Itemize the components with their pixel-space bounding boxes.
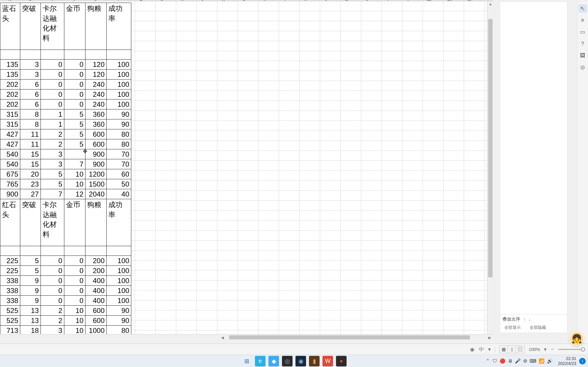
col-header-X[interactable]: X — [357, 0, 378, 1]
data-cell[interactable]: 5 — [64, 109, 85, 119]
data-cell[interactable]: 0 — [64, 256, 85, 266]
data-cell[interactable]: 0 — [64, 89, 85, 99]
data-cell[interactable]: 120 — [85, 60, 107, 70]
taskbar-app-steam[interactable]: ◉ — [295, 356, 306, 366]
col-header-M[interactable]: M — [131, 0, 152, 1]
taskbar-app-book[interactable]: ▮ — [309, 356, 320, 366]
col-header-T[interactable]: T — [275, 0, 295, 1]
header-cell[interactable]: 成功率 — [107, 3, 131, 50]
empty-cell[interactable] — [0, 246, 20, 256]
dropdown-icon[interactable]: ▾ — [488, 346, 491, 353]
col-header-L[interactable]: L — [106, 0, 131, 1]
data-cell[interactable]: 0 — [41, 266, 64, 276]
header-cell[interactable]: 金币 — [64, 3, 85, 50]
tray-icon[interactable]: 🎤 — [515, 358, 521, 363]
data-cell[interactable]: 240 — [85, 99, 107, 109]
clock[interactable]: 22:31 2022/4/23 — [558, 356, 576, 366]
data-cell[interactable]: 9 — [20, 296, 41, 306]
data-cell[interactable]: 600 — [85, 129, 107, 139]
taskbar-app-wps[interactable]: W — [322, 356, 333, 366]
data-cell[interactable] — [64, 149, 85, 159]
data-cell[interactable]: 70 — [107, 149, 131, 159]
data-cell[interactable]: 600 — [85, 139, 107, 149]
data-cell[interactable]: 5 — [64, 129, 85, 139]
data-cell[interactable]: 8 — [20, 119, 41, 129]
data-cell[interactable]: 5 — [41, 169, 64, 179]
data-cell[interactable]: 0 — [64, 99, 85, 109]
scroll-up-arrow[interactable]: ▲ — [487, 1, 493, 7]
data-cell[interactable]: 100 — [107, 60, 131, 70]
data-cell[interactable]: 100 — [107, 89, 131, 99]
zoom-dropdown-icon[interactable]: ▾ — [544, 346, 547, 353]
data-cell[interactable]: 338 — [0, 296, 20, 306]
data-cell[interactable]: 900 — [0, 189, 20, 199]
col-header-N[interactable]: N — [152, 0, 172, 1]
tray-chevron-icon[interactable]: ⌃ — [486, 358, 490, 364]
tray-icon[interactable]: 🖥 — [508, 358, 513, 363]
col-header-Z[interactable]: Z — [398, 0, 419, 1]
data-cell[interactable]: 675 — [0, 169, 20, 179]
empty-cell[interactable] — [85, 50, 107, 60]
data-cell[interactable]: 2 — [41, 316, 64, 326]
empty-cell[interactable] — [64, 50, 85, 60]
data-cell[interactable]: 100 — [107, 256, 131, 266]
data-cell[interactable]: 202 — [0, 89, 20, 99]
data-cell[interactable]: 135 — [0, 60, 20, 70]
data-cell[interactable]: 6 — [20, 89, 41, 99]
taskbar-app-obs[interactable]: ◎ — [282, 356, 293, 366]
col-header-AB[interactable]: AB — [439, 0, 460, 1]
col-header-Y[interactable]: Y — [378, 0, 398, 1]
data-cell[interactable]: 200 — [85, 256, 107, 266]
data-cell[interactable]: 10 — [64, 179, 85, 189]
data-cell[interactable]: 135 — [0, 70, 20, 80]
header-cell[interactable]: 狗粮 — [85, 199, 107, 246]
data-cell[interactable]: 5 — [64, 119, 85, 129]
data-cell[interactable]: 0 — [41, 70, 64, 80]
data-cell[interactable]: 6 — [20, 80, 41, 89]
data-cell[interactable]: 900 — [85, 159, 107, 169]
col-header-S[interactable]: S — [254, 0, 275, 1]
data-cell[interactable]: 100 — [107, 276, 131, 286]
header-cell[interactable]: 突破 — [20, 199, 41, 246]
data-cell[interactable]: 9 — [20, 286, 41, 296]
empty-cell[interactable] — [107, 246, 131, 256]
data-cell[interactable]: 315 — [0, 109, 20, 119]
data-cell[interactable]: 8 — [20, 109, 41, 119]
zoom-slider[interactable] — [558, 349, 584, 350]
taskbar-app-start[interactable]: ⊞ — [241, 356, 252, 366]
scroll-left-arrow[interactable]: ◀ — [220, 334, 225, 341]
data-cell[interactable]: 70 — [107, 159, 131, 169]
tray-icon[interactable]: 🔊 — [547, 358, 553, 363]
col-header-H[interactable]: H — [20, 0, 41, 1]
data-cell[interactable]: 15 — [20, 149, 41, 159]
data-cell[interactable]: 315 — [0, 119, 20, 129]
header-cell[interactable]: 成功率 — [107, 199, 131, 246]
data-cell[interactable]: 0 — [41, 296, 64, 306]
help-icon[interactable]: ? — [579, 40, 587, 48]
data-cell[interactable]: 1500 — [85, 179, 107, 189]
data-cell[interactable]: 225 — [0, 256, 20, 266]
tray-icon[interactable]: 🛡 — [493, 358, 497, 363]
data-cell[interactable]: 10 — [64, 316, 85, 326]
data-cell[interactable]: 0 — [41, 256, 64, 266]
data-cell[interactable]: 525 — [0, 306, 20, 316]
horizontal-scrollbar[interactable]: ◀ ▶ — [0, 334, 493, 341]
col-header-AA[interactable]: AA — [419, 0, 439, 1]
data-cell[interactable]: 0 — [41, 89, 64, 99]
data-cell[interactable]: 2 — [41, 139, 64, 149]
data-cell[interactable]: 90 — [107, 316, 131, 326]
col-header-I[interactable]: I — [41, 0, 64, 1]
col-header-J[interactable]: J — [64, 0, 85, 1]
col-header-W[interactable]: W — [337, 0, 357, 1]
data-cell[interactable]: 360 — [85, 109, 107, 119]
data-cell[interactable]: 90 — [107, 306, 131, 316]
data-cell[interactable]: 0 — [64, 70, 85, 80]
vscroll-thumb[interactable] — [488, 19, 493, 277]
data-cell[interactable]: 0 — [64, 80, 85, 89]
empty-cell[interactable] — [20, 246, 41, 256]
data-cell[interactable]: 200 — [85, 266, 107, 276]
data-table[interactable]: 蓝石头突破卡尔达融化材料金币狗粮成功率 13530012010013530012… — [0, 3, 131, 340]
data-cell[interactable]: 400 — [85, 276, 107, 286]
data-cell[interactable]: 0 — [64, 296, 85, 306]
data-cell[interactable]: 1 — [41, 109, 64, 119]
